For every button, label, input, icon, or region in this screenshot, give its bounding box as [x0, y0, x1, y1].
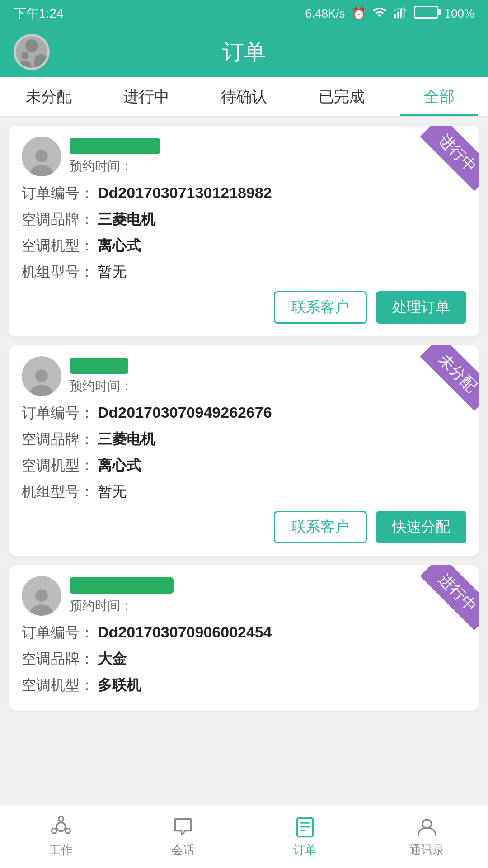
tab-bar: 未分配 进行中 待确认 已完成 全部 — [0, 77, 488, 117]
customer-name-bar-3 — [70, 577, 174, 594]
svg-point-5 — [19, 61, 32, 68]
svg-line-18 — [56, 828, 57, 829]
clock-icon: ⏰ — [352, 7, 366, 21]
svg-line-17 — [65, 828, 66, 829]
customer-avatar-3 — [22, 576, 61, 616]
order-card-3: 进行中 预约时间： 订单编号： Dd2017030709060​02454 空调… — [9, 565, 479, 711]
order-no-label-1: 订单编号： — [22, 184, 94, 203]
network-speed: 6.48K/s — [305, 7, 345, 21]
svg-point-8 — [35, 369, 48, 382]
type-label-3: 空调机型： — [22, 675, 94, 695]
order-header-3: 预约时间： — [22, 576, 466, 616]
action-buttons-2: 联系客户 快速分配 — [22, 511, 466, 543]
svg-rect-0 — [394, 14, 396, 18]
svg-point-6 — [35, 150, 48, 162]
appt-time-label-3: 预约时间： — [70, 597, 174, 614]
customer-avatar-1 — [22, 137, 61, 176]
type-value-3: 多联机 — [98, 675, 141, 695]
brand-value-3: 大金 — [98, 649, 127, 669]
tab-pending[interactable]: 待确认 — [195, 77, 293, 116]
brand-value-1: 三菱电机 — [98, 210, 155, 230]
action-buttons-1: 联系客户 处理订单 — [22, 291, 466, 324]
order-card-2: 未分配 预约时间： 订单编号： Dd20170307094​9262676 空调… — [9, 345, 479, 556]
customer-name-bar-2 — [70, 358, 128, 374]
svg-point-15 — [52, 828, 56, 833]
svg-point-14 — [66, 828, 70, 833]
bottom-nav: 工作 会话 订单 通讯录 — [0, 805, 488, 868]
battery-indicator — [414, 6, 438, 22]
contacts-icon — [415, 815, 439, 839]
order-no-value-1: Dd2017030713012​18982 — [98, 184, 272, 202]
order-no-field-3: 订单编号： Dd2017030709060​02454 — [22, 623, 466, 643]
app-header: 订单 — [0, 27, 488, 77]
contact-customer-btn-1[interactable]: 联系客户 — [274, 291, 367, 324]
order-header-2: 预约时间： — [22, 356, 466, 396]
type-field-2: 空调机型： 离心式 — [22, 456, 466, 476]
order-card-1: 进行中 预约时间： 订单编号： Dd2017030713012​18982 空调… — [9, 126, 479, 336]
svg-point-12 — [56, 822, 66, 831]
order-no-value-2: Dd20170307094​9262676 — [98, 404, 272, 421]
model-value-2: 暂无 — [98, 482, 127, 502]
contacts-label: 通讯录 — [409, 842, 445, 858]
appt-time-label-2: 预约时间： — [70, 377, 133, 395]
type-label-1: 空调机型： — [22, 236, 94, 256]
tab-all[interactable]: 全部 — [390, 77, 488, 116]
battery-percent: 100% — [445, 7, 475, 21]
tab-completed[interactable]: 已完成 — [293, 77, 390, 116]
user-avatar[interactable] — [14, 34, 50, 70]
work-label: 工作 — [49, 842, 73, 858]
svg-point-11 — [30, 604, 52, 616]
nav-contacts[interactable]: 通讯录 — [366, 805, 488, 868]
model-label-2: 机组型号： — [22, 482, 94, 502]
customer-info-1: 预约时间： — [70, 138, 160, 175]
model-field-1: 机组型号： 暂无 — [22, 262, 466, 282]
brand-field-1: 空调品牌： 三菱电机 — [22, 210, 466, 230]
page-title: 订单 — [222, 38, 266, 66]
contact-customer-btn-2[interactable]: 联系客户 — [274, 511, 367, 543]
type-value-1: 离心式 — [98, 236, 141, 256]
nav-work[interactable]: 工作 — [0, 805, 122, 868]
status-bar: 下午1:24 6.48K/s ⏰ 100% — [0, 0, 488, 27]
svg-point-23 — [422, 820, 432, 829]
brand-field-2: 空调品牌： 三菱电机 — [22, 429, 466, 449]
customer-avatar-2 — [22, 356, 61, 396]
model-field-2: 机组型号： 暂无 — [22, 482, 466, 502]
status-right: 6.48K/s ⏰ 100% — [305, 5, 474, 23]
brand-label-3: 空调品牌： — [22, 649, 94, 669]
model-label-1: 机组型号： — [22, 262, 94, 282]
order-no-value-3: Dd2017030709060​02454 — [98, 623, 272, 641]
process-order-btn-1[interactable]: 处理订单 — [376, 291, 466, 324]
type-value-2: 离心式 — [98, 456, 141, 476]
model-value-1: 暂无 — [98, 262, 127, 282]
customer-info-2: 预约时间： — [70, 358, 133, 395]
type-field-3: 空调机型： 多联机 — [22, 675, 466, 695]
brand-label-1: 空调品牌： — [22, 210, 94, 230]
order-no-field-2: 订单编号： Dd20170307094​9262676 — [22, 403, 466, 423]
brand-value-2: 三菱电机 — [98, 429, 155, 449]
svg-rect-3 — [403, 7, 405, 18]
type-label-2: 空调机型： — [22, 456, 94, 476]
work-icon — [49, 815, 73, 839]
orders-icon — [293, 815, 317, 839]
status-time: 下午1:24 — [14, 5, 64, 22]
order-no-label-2: 订单编号： — [22, 403, 94, 423]
order-no-field-1: 订单编号： Dd2017030713012​18982 — [22, 184, 466, 203]
svg-point-7 — [30, 165, 52, 176]
appt-time-label-1: 预约时间： — [70, 158, 160, 175]
customer-info-3: 预约时间： — [70, 577, 174, 614]
type-field-1: 空调机型： 离心式 — [22, 236, 466, 256]
svg-point-4 — [21, 52, 28, 59]
nav-chat[interactable]: 会话 — [122, 805, 244, 868]
customer-name-bar-1 — [70, 138, 160, 154]
quick-assign-btn-2[interactable]: 快速分配 — [376, 511, 466, 543]
order-no-label-3: 订单编号： — [22, 623, 94, 643]
svg-point-10 — [35, 589, 48, 602]
svg-point-13 — [59, 816, 64, 821]
nav-orders[interactable]: 订单 — [244, 805, 366, 868]
wifi-icon — [372, 5, 387, 23]
order-list: 进行中 预约时间： 订单编号： Dd2017030713012​18982 空调… — [0, 117, 488, 792]
brand-field-3: 空调品牌： 大金 — [22, 649, 466, 669]
tab-inprogress[interactable]: 进行中 — [98, 77, 195, 116]
tab-unassigned[interactable]: 未分配 — [0, 77, 98, 116]
orders-label: 订单 — [293, 842, 317, 858]
